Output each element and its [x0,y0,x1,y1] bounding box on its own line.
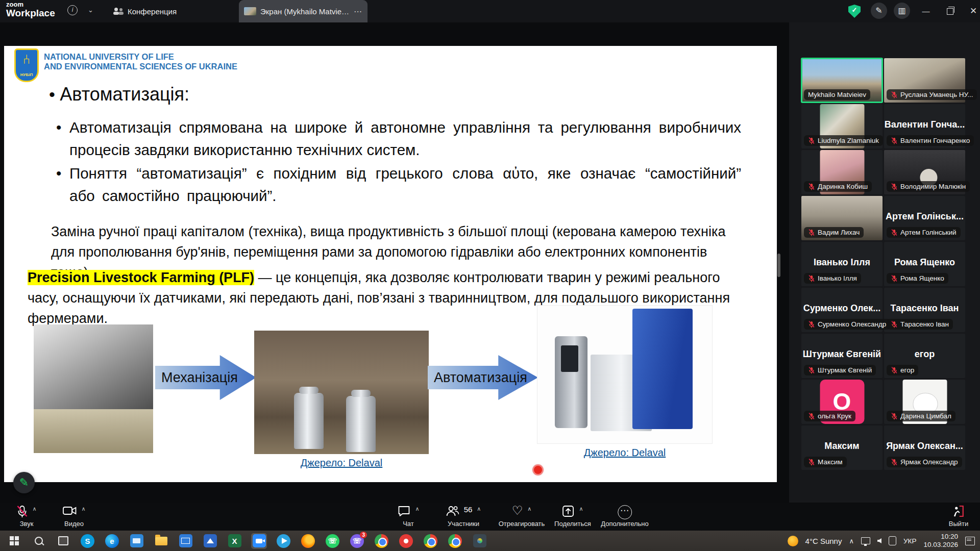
tab-conference[interactable]: Конференция [113,0,177,22]
participant-tile[interactable]: Вадим Лихач [801,196,883,240]
participant-tile[interactable]: МаксимМаксим [801,425,883,470]
brand-top: zoom [6,1,55,8]
participant-tile[interactable]: Володимир Малюкін [884,150,965,194]
source-link-1[interactable]: Джерело: Delaval [254,457,429,469]
participant-tile[interactable]: Mykhailo Matvieiev [801,58,883,103]
university-line1: NATIONAL UNIVERSITY OF LIFE [44,52,237,62]
chrome-icon-2[interactable] [424,534,437,548]
search-icon[interactable] [32,534,45,548]
this-pc-icon[interactable] [130,534,143,548]
chat-button[interactable]: ∧ Чат [397,505,419,528]
source-link-2[interactable]: Джерело: Delaval [537,447,713,459]
volume-icon[interactable] [877,538,881,543]
telegram-icon[interactable] [277,534,290,548]
mic-muted-icon [808,413,815,420]
participant-tile[interactable]: Рома ЯщенкоРома Ященко [884,242,965,286]
excel-icon[interactable]: X [228,534,241,548]
participants-label: Участники [448,520,479,528]
notification-badge: 3 [360,532,367,538]
weather-sun-icon [788,536,798,546]
people-icon [113,8,124,15]
share-button[interactable]: ∧ Поделиться [554,505,591,528]
tab-screen-share[interactable]: Экран (Mykhailo Matvieiev) ⋯ [239,0,368,22]
layout-view-icon[interactable]: ▥ [894,3,910,19]
participant-tile[interactable]: егорегор [884,334,965,378]
share-options-chevron[interactable]: ∧ [579,506,583,512]
tray-overflow-chevron[interactable]: ∧ [849,537,854,545]
task-view-icon[interactable] [56,534,70,548]
participant-display-name: Штурмак Євгеній [801,349,883,360]
react-options-chevron[interactable]: ∧ [527,506,531,512]
participant-tile[interactable]: Oольга Крук [801,380,883,424]
participant-name-label: Liudmyla Zlamaniuk [804,135,883,146]
annotate-pencil-icon[interactable]: ✎ [871,3,887,19]
dark-app-icon[interactable] [473,534,486,548]
react-button[interactable]: ♡ ∧ Отреагировать [499,505,545,528]
skype-icon[interactable]: S [81,534,94,548]
close-button[interactable]: ✕ [966,4,980,18]
scrollbar-thumb[interactable] [777,254,780,277]
participant-tile[interactable]: Штурмак ЄвгенійШтурмак Євгеній [801,334,883,378]
whatsapp-icon[interactable]: ☏ [326,534,339,548]
audio-options-chevron[interactable]: ∧ [32,506,36,512]
title-bar: zoom Workplace i ⌄ Конференция Экран (My… [0,0,980,22]
participant-name-label: Mykhailo Matvieiev [804,89,870,100]
more-button[interactable]: ⋯ Дополнительно [601,505,649,528]
mic-muted-icon [891,183,898,190]
clock[interactable]: 10:20 10.03.2026 [923,533,958,549]
logo-text: НУБіП [16,72,37,77]
tab-more-icon[interactable]: ⋯ [354,7,362,16]
chrome-icon-3[interactable] [448,534,462,548]
participant-tile[interactable]: Артем Голінськ...Артем Голінський [884,196,965,240]
mic-muted-icon [808,183,815,190]
mic-muted-icon [891,137,898,144]
weather-text[interactable]: 4°C Sunny [805,537,842,545]
annotation-pointer-dot [534,466,542,474]
participant-tile[interactable]: Іванько ІлляІванько Ілля [801,242,883,286]
participants-button[interactable]: 56 ∧ Участники [446,505,481,528]
participant-tile[interactable]: Валентин Гонча...Валентин Гончаренко [884,104,965,148]
file-explorer-icon[interactable] [154,534,168,548]
action-center-icon[interactable] [965,537,975,545]
video-button[interactable]: ∧ Видео [62,505,85,528]
network-icon[interactable] [861,537,870,544]
participants-options-chevron[interactable]: ∧ [477,506,481,512]
camera-icon [62,505,77,516]
participant-name-label: Рома Ященко [887,273,948,284]
university-line2: AND ENVIRONMENTAL SCIENCES OF UKRAINE [44,62,237,71]
screen-share-thumbnail [244,7,256,15]
info-icon[interactable]: i [67,5,78,15]
device-icon[interactable] [889,536,896,545]
minimize-button[interactable]: — [918,4,934,18]
participant-tile[interactable]: Руслана Уманець НУ... [884,58,965,103]
participant-tile[interactable]: Liudmyla Zlamaniuk [801,104,883,148]
participant-name-label: Вадим Лихач [804,227,864,238]
video-options-chevron[interactable]: ∧ [81,506,85,512]
participant-display-name: егор [884,349,965,360]
red-app-icon[interactable] [399,534,413,548]
annotation-tool-button[interactable]: ✎ [13,472,35,493]
leave-button[interactable]: Выйти [949,505,969,528]
slide-bullet-1: Автоматизація спрямована на широке й авт… [69,116,741,161]
edge-icon[interactable]: e [105,534,119,548]
audio-button[interactable]: ∧ Звук [16,505,36,528]
shared-screen-slide: ⑃ НУБіП NATIONAL UNIVERSITY OF LIFE AND … [4,46,777,482]
chat-options-chevron[interactable]: ∧ [415,506,419,512]
zoom-app-icon[interactable] [252,534,266,548]
participant-tile[interactable]: Даринка Кобиш [801,150,883,194]
chevron-down-icon[interactable]: ⌄ [88,6,93,14]
viber-icon[interactable]: ☏3 [350,534,364,548]
mail-icon[interactable] [179,534,192,548]
participant-tile[interactable]: Тарасенко ІванТарасенко Іван [884,288,965,332]
participant-name-label: ольга Крук [804,411,855,421]
start-button[interactable] [7,534,21,548]
firefox-icon[interactable] [301,534,315,548]
participant-tile[interactable]: Дарина Цимбал [884,380,965,424]
maximize-button[interactable] [942,4,958,18]
photos-icon[interactable] [203,534,217,548]
security-shield-icon[interactable]: ✓ [848,5,861,18]
participant-tile[interactable]: Ярмак Олексан...Ярмак Олександр [884,425,965,470]
participant-tile[interactable]: Сурменко Олек...Сурменко Олександр [801,288,883,332]
language-indicator[interactable]: УКР [903,537,916,545]
chrome-icon[interactable] [375,534,388,548]
